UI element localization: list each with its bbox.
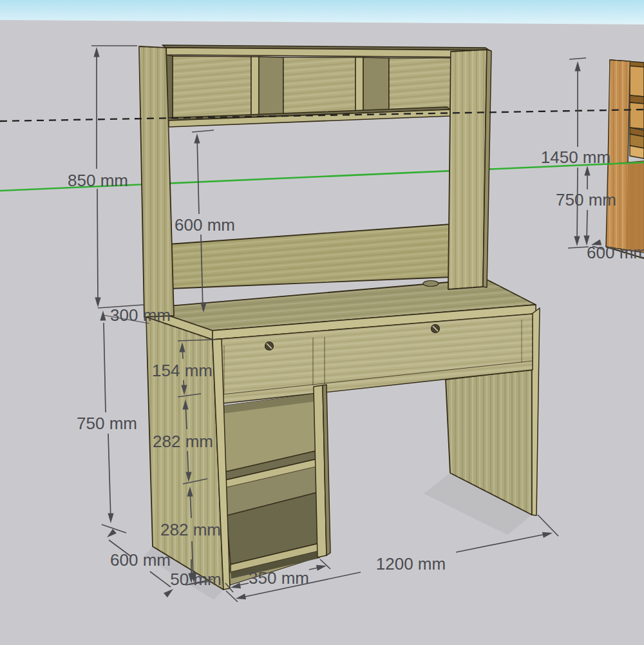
label-desk-height: 750 mm (77, 414, 137, 433)
label-hutch-clearance: 600 mm (175, 215, 235, 235)
label-desk-height-right: 750 mm (556, 190, 616, 209)
scene-svg: 850 mm 300 mm 600 mm 750 mm 154 mm 282 m… (0, 0, 644, 645)
hutch-right-stile (448, 50, 491, 289)
label-drawer-height: 154 mm (152, 361, 213, 380)
label-plinth-height: 50 mm (170, 570, 221, 589)
label-desk-width: 1200 mm (376, 554, 446, 573)
cable-grommet (423, 281, 439, 287)
label-shelf-space-lower: 282 mm (160, 520, 221, 539)
keyhole-right-drawer (431, 325, 440, 333)
label-hutch-depth: 300 mm (110, 305, 171, 325)
label-hutch-height: 850 mm (68, 171, 128, 190)
label-pedestal-width: 350 mm (249, 568, 309, 588)
keyhole-left-drawer (265, 342, 274, 351)
label-total-height-right: 1450 mm (541, 148, 611, 167)
label-desk-depth-right: 600 mm (587, 243, 644, 262)
drawing-canvas: 850 mm 300 mm 600 mm 750 mm 154 mm 282 m… (0, 0, 644, 645)
label-desk-depth: 600 mm (110, 550, 171, 570)
label-shelf-space-upper: 282 mm (153, 432, 213, 451)
